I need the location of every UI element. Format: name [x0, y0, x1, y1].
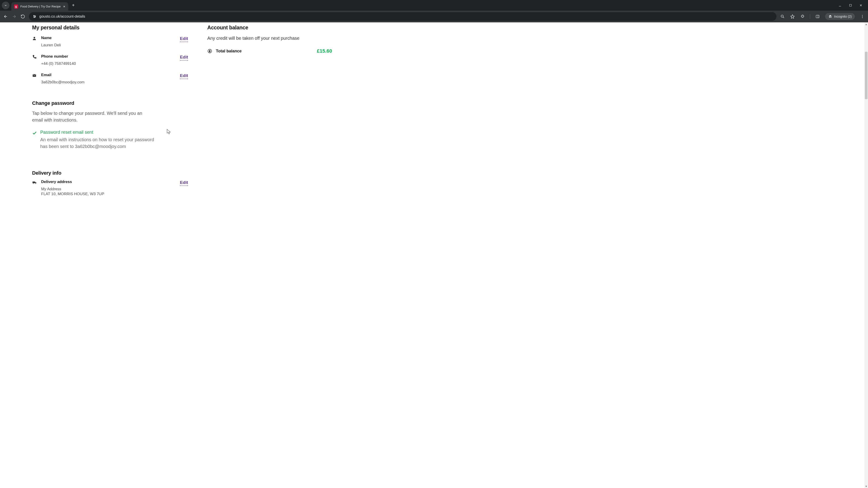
name-field: Name Lauren Deli Edit [32, 36, 188, 47]
edit-email-button[interactable]: Edit [180, 73, 188, 79]
svg-point-11 [35, 183, 36, 184]
svg-point-4 [781, 15, 783, 17]
delivery-address-field: Delivery address My Address FLAT 10, MOR… [32, 180, 188, 196]
balance-total-value: £15.60 [317, 48, 334, 54]
incognito-indicator[interactable]: Incognito (2) [825, 13, 855, 20]
svg-point-3 [34, 17, 35, 18]
password-reset-body: An email with instructions on how to res… [40, 136, 158, 150]
incognito-label: Incognito (2) [834, 15, 852, 18]
zoom-icon[interactable] [780, 14, 785, 19]
svg-point-1 [34, 15, 34, 16]
delivery-address-line: FLAT 10, MORRIS HOUSE, W3 7UP [41, 192, 180, 196]
tab-close-button[interactable] [63, 5, 66, 8]
sidepanel-icon[interactable] [815, 14, 820, 19]
svg-point-10 [33, 183, 34, 184]
email-field: Email 3a62b0bc@moodjoy.com Edit [32, 73, 188, 85]
bookmark-icon[interactable] [790, 14, 795, 19]
balance-total-label: Total balance [216, 49, 242, 54]
svg-point-2 [35, 16, 36, 17]
delivery-address-label: Delivery address [41, 180, 180, 184]
pound-icon: £ [207, 48, 212, 54]
browser-tab[interactable]: g Food Delivery | Try Our Recipe [11, 2, 68, 11]
url-input[interactable]: gousto.co.uk/account-details [29, 12, 776, 21]
svg-rect-5 [816, 15, 819, 18]
personal-details-heading: My personal details [32, 25, 188, 31]
svg-point-8 [862, 18, 863, 18]
window-close-button[interactable] [859, 4, 863, 7]
url-text: gousto.co.uk/account-details [39, 14, 85, 19]
window-minimize-button[interactable] [838, 4, 842, 7]
truck-icon [32, 180, 41, 185]
extensions-icon[interactable] [800, 14, 805, 19]
svg-text:£: £ [209, 50, 211, 53]
change-password-description: Tap below to change your password. We'll… [32, 110, 154, 123]
svg-point-9 [34, 37, 35, 38]
back-button[interactable] [3, 14, 8, 19]
edit-phone-button[interactable]: Edit [180, 55, 188, 61]
name-value: Lauren Deli [41, 43, 180, 47]
browser-chrome: g Food Delivery | Try Our Recipe + [0, 0, 868, 22]
person-icon [32, 36, 41, 41]
page-content: My personal details Name Lauren Deli Edi… [0, 22, 868, 488]
svg-point-6 [862, 15, 863, 15]
delivery-info-heading: Delivery info [32, 170, 188, 176]
new-tab-button[interactable]: + [70, 2, 76, 8]
password-reset-title: Password reset email sent [40, 130, 158, 135]
password-reset-notice: Password reset email sent An email with … [32, 130, 188, 150]
phone-label: Phone number [41, 54, 180, 59]
window-controls [838, 4, 866, 7]
email-icon [32, 73, 41, 78]
change-password-heading: Change password [32, 100, 188, 106]
balance-row: £ Total balance £15.60 [207, 48, 334, 54]
account-balance-heading: Account balance [207, 25, 334, 31]
tab-favicon: g [14, 4, 18, 8]
address-bar: gousto.co.uk/account-details Incognito (… [0, 11, 868, 22]
scroll-thumb[interactable] [865, 52, 868, 99]
edit-name-button[interactable]: Edit [180, 36, 188, 42]
phone-value: +44 (0) 7587499140 [41, 61, 180, 66]
check-icon [32, 130, 37, 135]
email-label: Email [41, 73, 180, 77]
scroll-down-icon[interactable]: ▼ [864, 484, 868, 488]
site-settings-icon[interactable] [33, 14, 37, 19]
phone-field: Phone number +44 (0) 7587499140 Edit [32, 54, 188, 66]
scroll-up-icon[interactable]: ▲ [864, 22, 868, 26]
edit-delivery-button[interactable]: Edit [180, 180, 188, 186]
name-label: Name [41, 36, 180, 40]
svg-rect-0 [849, 4, 851, 6]
phone-icon [32, 54, 41, 59]
window-maximize-button[interactable] [848, 4, 852, 7]
delivery-address-name: My Address [41, 187, 180, 191]
tab-search-button[interactable] [2, 2, 9, 9]
svg-point-7 [862, 16, 863, 17]
browser-menu-button[interactable] [860, 14, 865, 19]
reload-button[interactable] [20, 14, 25, 19]
tab-bar: g Food Delivery | Try Our Recipe + [0, 0, 868, 11]
vertical-scrollbar[interactable]: ▲ ▼ [864, 22, 868, 488]
balance-description: Any credit will be taken off your next p… [207, 36, 334, 41]
email-value: 3a62b0bc@moodjoy.com [41, 80, 180, 85]
tab-title: Food Delivery | Try Our Recipe [20, 5, 61, 8]
forward-button[interactable] [12, 14, 17, 19]
